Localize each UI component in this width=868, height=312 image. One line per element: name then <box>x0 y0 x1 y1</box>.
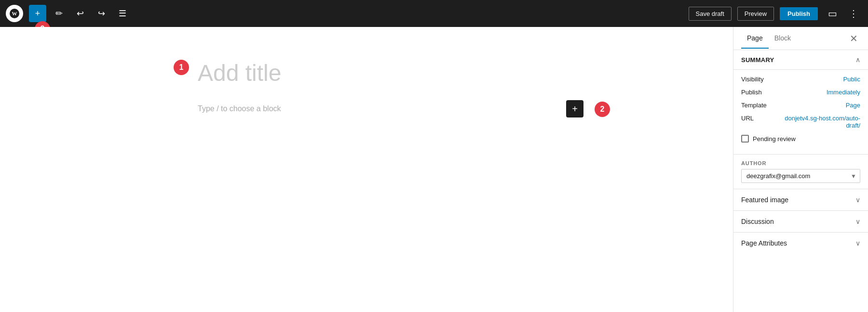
publish-row: Publish Immediately <box>741 89 860 96</box>
discussion-chevron-icon: ∨ <box>855 218 860 225</box>
visibility-row: Visibility Public <box>741 76 860 83</box>
undo-icon: ↩ <box>77 8 84 19</box>
tab-page[interactable]: Page <box>741 28 769 49</box>
main-area: 1 Add title Type / to choose a block + 2… <box>0 27 868 312</box>
visibility-label: Visibility <box>741 76 764 83</box>
publish-label: Publish <box>741 89 762 96</box>
featured-image-header[interactable]: Featured image ∨ <box>733 189 868 210</box>
author-section: AUTHOR deezgrafix@gmail.com ▼ <box>733 154 868 189</box>
pencil-icon: ✏ <box>55 8 63 19</box>
close-icon: ✕ <box>850 33 858 44</box>
template-value[interactable]: Page <box>846 102 860 109</box>
block-placeholder: Type / to choose a block + 2 <box>198 104 535 113</box>
author-label: AUTHOR <box>741 160 860 166</box>
editor-content: 1 Add title Type / to choose a block + 2 <box>198 56 535 113</box>
page-attributes-header[interactable]: Page Attributes ∨ <box>733 233 868 254</box>
plus-inline-icon: + <box>572 104 578 115</box>
toolbar: W + ✏ ↩ ↪ ☰ 2 Save draft Preview Publish… <box>0 0 868 27</box>
save-draft-button[interactable]: Save draft <box>689 7 732 21</box>
discussion-header[interactable]: Discussion ∨ <box>733 211 868 232</box>
url-label: URL <box>741 115 754 122</box>
sidebar: Page Block ✕ Summary ∧ Visibility Public <box>733 27 868 312</box>
summary-body: Visibility Public Publish Immediately Te… <box>733 70 868 154</box>
page-attributes-title: Page Attributes <box>741 239 787 247</box>
svg-text:W: W <box>12 11 17 16</box>
discussion-title: Discussion <box>741 218 774 225</box>
editor-area: 1 Add title Type / to choose a block + 2 <box>0 27 733 312</box>
visibility-value[interactable]: Public <box>843 76 860 83</box>
undo-button[interactable]: ↩ <box>71 5 89 22</box>
author-select-wrapper: deezgrafix@gmail.com ▼ <box>741 169 860 183</box>
settings-button[interactable]: ▭ <box>824 5 841 22</box>
details-button[interactable]: ☰ <box>114 5 131 22</box>
sidebar-tabs: Page Block ✕ <box>733 27 868 50</box>
publish-button[interactable]: Publish <box>780 7 818 20</box>
pending-review-label: Pending review <box>753 135 796 143</box>
summary-section: Summary ∧ Visibility Public Publish Imme… <box>733 50 868 154</box>
add-block-toolbar-button[interactable]: + <box>29 5 46 22</box>
list-icon: ☰ <box>119 8 126 19</box>
inline-add-block-button[interactable]: + <box>566 100 583 117</box>
url-row: URL donjetv4.sg-host.com/auto-draft/ <box>741 115 860 129</box>
publish-value[interactable]: Immediately <box>827 89 860 96</box>
tab-block[interactable]: Block <box>769 28 797 49</box>
featured-image-section: Featured image ∨ <box>733 189 868 210</box>
more-options-button[interactable]: ⋮ <box>845 5 862 22</box>
redo-icon: ↪ <box>98 8 105 19</box>
pending-review-checkbox[interactable] <box>741 135 749 143</box>
url-value[interactable]: donjetv4.sg-host.com/auto-draft/ <box>783 115 860 129</box>
summary-chevron-icon: ∧ <box>855 56 860 64</box>
featured-image-title: Featured image <box>741 196 788 204</box>
summary-header[interactable]: Summary ∧ <box>733 50 868 70</box>
page-attributes-section: Page Attributes ∨ <box>733 232 868 254</box>
summary-title: Summary <box>741 56 774 64</box>
add-title-field[interactable]: Add title <box>198 56 535 90</box>
discussion-section: Discussion ∨ <box>733 210 868 232</box>
redo-button[interactable]: ↪ <box>93 5 110 22</box>
edit-button[interactable]: ✏ <box>50 5 68 22</box>
wp-logo: W <box>6 5 23 22</box>
template-row: Template Page <box>741 102 860 109</box>
template-label: Template <box>741 102 767 109</box>
page-attributes-chevron-icon: ∨ <box>855 239 860 247</box>
preview-button[interactable]: Preview <box>737 7 774 21</box>
featured-image-chevron-icon: ∨ <box>855 196 860 204</box>
more-icon: ⋮ <box>849 8 858 19</box>
author-select[interactable]: deezgrafix@gmail.com <box>741 169 860 183</box>
settings-icon: ▭ <box>828 8 837 19</box>
pending-review-row: Pending review <box>741 135 860 143</box>
step-badge-1: 1 <box>174 60 189 75</box>
block-placeholder-text: Type / to choose a block <box>198 104 281 113</box>
sidebar-close-button[interactable]: ✕ <box>847 32 860 45</box>
plus-icon: + <box>35 9 41 19</box>
step-badge-2-inline: 2 <box>595 102 610 117</box>
